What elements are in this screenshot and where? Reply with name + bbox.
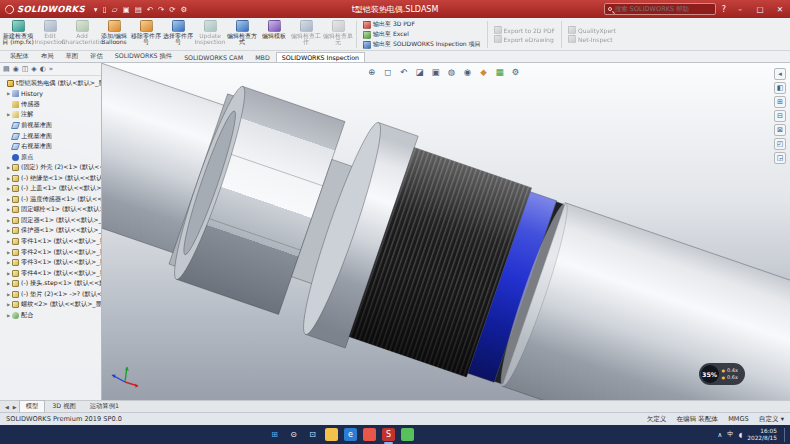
viewport-tool-icon[interactable]: ⊟: [774, 110, 786, 122]
export-menu-item[interactable]: 输出至 Excel: [363, 30, 481, 39]
taskbar-app-icon[interactable]: [325, 428, 338, 441]
export-menu-item[interactable]: 输出至 SOLIDWORKS Inspection 项目: [363, 40, 481, 49]
viewport-3d-scene[interactable]: [0, 63, 790, 400]
command-tab[interactable]: 布局: [35, 50, 60, 62]
volume-icon[interactable]: ◖: [739, 431, 742, 439]
ribbon-button[interactable]: Add Characteristic: [66, 19, 98, 50]
command-tab[interactable]: MBD: [249, 52, 276, 62]
tree-item[interactable]: ▶ (-) 垫片 (2)<1> ->? (默认<<默认>...: [2, 289, 101, 300]
tree-item[interactable]: ▶ (-) 温度传感器<1> (默认<<默认...: [2, 194, 101, 205]
heads-up-tool-icon[interactable]: ↶: [397, 65, 410, 78]
heads-up-tool-icon[interactable]: ⚙: [509, 65, 522, 78]
quick-access-icon[interactable]: ⟳: [169, 5, 175, 14]
quality-menu-item[interactable]: QualityXpert: [568, 26, 616, 34]
heads-up-tool-icon[interactable]: ▣: [429, 65, 442, 78]
command-tab[interactable]: 装配体: [4, 50, 35, 62]
quick-access-icon[interactable]: ▯: [103, 5, 107, 14]
tree-item[interactable]: ▶ (-) 绝缘垫<1> (默认<<默认>_显示...: [2, 173, 101, 184]
quick-access-icon[interactable]: ▱: [112, 5, 118, 14]
ribbon-button[interactable]: Update Inspection Project: [194, 19, 226, 50]
heads-up-tool-icon[interactable]: ◪: [413, 65, 426, 78]
panel-tab-icon[interactable]: ▤: [3, 65, 10, 73]
maximize-button[interactable]: □: [752, 5, 768, 14]
tree-item[interactable]: ▶ 固定螺栓<1> (默认<<默认>_显示状态: [2, 205, 101, 216]
viewport-tool-icon[interactable]: ◰: [774, 138, 786, 150]
heads-up-tool-icon[interactable]: ⊕: [365, 65, 378, 78]
heads-up-tool-icon[interactable]: ◉: [461, 65, 474, 78]
tree-item[interactable]: 前视基准面: [2, 120, 101, 131]
help-search-box[interactable]: [604, 3, 716, 15]
search-input[interactable]: [615, 5, 705, 13]
taskbar-app-icon[interactable]: S: [382, 428, 395, 441]
export-menu-item[interactable]: Export eDrawing: [494, 35, 556, 43]
tree-item[interactable]: ▶ 固定器<1> (默认<<默认>_显示状...: [2, 215, 101, 226]
export-menu-item[interactable]: 输出至 3D PDF: [363, 20, 481, 29]
quick-access-icon[interactable]: ▤: [135, 5, 142, 14]
tree-item[interactable]: 原点: [2, 152, 101, 163]
quick-access-icon[interactable]: ▾: [94, 5, 98, 14]
tree-item[interactable]: ▶ 注解: [2, 110, 101, 121]
tree-item[interactable]: 右视基准面: [2, 141, 101, 152]
panel-tab-icon[interactable]: ◉: [13, 65, 19, 73]
taskbar-clock[interactable]: 16:05 2022/8/15: [747, 428, 777, 441]
show-desktop-button[interactable]: [784, 428, 786, 442]
tree-item[interactable]: ▶ 配合: [2, 310, 101, 321]
ribbon-button[interactable]: 编辑检查工作: [290, 19, 322, 50]
ribbon-button[interactable]: 编辑检查方式: [226, 19, 258, 50]
command-tab[interactable]: 评估: [84, 50, 109, 62]
document-tab[interactable]: 模型: [19, 400, 46, 412]
tab-scroll-left-icon[interactable]: ◀: [3, 404, 11, 412]
quick-access-icon[interactable]: ↷: [158, 5, 164, 14]
command-tab[interactable]: 草图: [59, 50, 84, 62]
tree-item[interactable]: ▶ 零件4<1> (默认<<默认>_显示状...: [2, 268, 101, 279]
taskbar-app-icon[interactable]: ⊞: [268, 428, 281, 441]
minimize-button[interactable]: –: [732, 5, 748, 14]
tree-item[interactable]: ▶ 零件2<1> (默认<<默认>_显示...: [2, 247, 101, 258]
tree-item[interactable]: ▶ 零件1<1> (默认<<默认>_显示状态: [2, 236, 101, 247]
quick-access-icon[interactable]: ▣: [123, 5, 130, 14]
ribbon-button[interactable]: 编辑模板: [258, 19, 290, 50]
command-tab[interactable]: SOLIDWORKS CAM: [178, 52, 249, 62]
command-tab[interactable]: SOLIDWORKS Inspection: [276, 52, 365, 62]
tree-item[interactable]: ▶ 零件3<1> (默认<<默认>_显示...: [2, 257, 101, 268]
viewport-tool-icon[interactable]: ◧: [774, 82, 786, 94]
tree-item[interactable]: ▶ (固定) 外壳 (2)<1> (默认<<默认>_显示状态: [2, 162, 101, 173]
tree-item[interactable]: 上视基准面: [2, 131, 101, 142]
status-item[interactable]: MMGS: [728, 415, 749, 423]
heads-up-tool-icon[interactable]: ◍: [445, 65, 458, 78]
ribbon-button[interactable]: 新建检查项目 (imp.fx): [2, 19, 34, 50]
quick-access-icon[interactable]: ⚙: [181, 5, 188, 14]
quick-access-icon[interactable]: ↶: [147, 5, 153, 14]
close-button[interactable]: ✕: [772, 5, 788, 14]
heads-up-tool-icon[interactable]: ◆: [477, 65, 490, 78]
help-button[interactable]: ?: [720, 5, 728, 14]
taskbar-app-icon[interactable]: ⊡: [306, 428, 319, 441]
export-menu-item[interactable]: Export to 2D PDF: [494, 26, 556, 34]
status-item[interactable]: 自定义 ▾: [759, 415, 784, 424]
viewport-tool-icon[interactable]: ◂: [774, 68, 786, 80]
tray-chevron-icon[interactable]: ∧: [718, 431, 723, 439]
taskbar-app-icon[interactable]: [401, 428, 414, 441]
document-tab[interactable]: 3D 视图: [45, 400, 82, 412]
tree-item[interactable]: ▶ (-) 上盖<1> (默认<<默认>_显示状态: [2, 183, 101, 194]
taskbar-app-icon[interactable]: ⊙: [287, 428, 300, 441]
panel-tab-icon[interactable]: ◫: [22, 65, 29, 73]
panel-tab-icon[interactable]: ◐: [40, 65, 46, 73]
panel-tab-icon[interactable]: ◈: [31, 65, 36, 73]
quality-menu-item[interactable]: Net-Inspect: [568, 35, 616, 43]
tree-item[interactable]: ▶ 保护器<1> (默认<<默认>_显示状...: [2, 226, 101, 237]
heads-up-tool-icon[interactable]: ◻: [381, 65, 394, 78]
ribbon-button[interactable]: 移除零件序号: [130, 19, 162, 50]
ribbon-button[interactable]: 选择零件序号: [162, 19, 194, 50]
viewport-tool-icon[interactable]: ⊞: [774, 96, 786, 108]
command-tab[interactable]: SOLIDWORKS 插件: [109, 50, 178, 62]
viewport-tool-icon[interactable]: ◲: [774, 152, 786, 164]
tree-item[interactable]: ▶ (-) 接头.step<1> (默认<<默认...: [2, 278, 101, 289]
heads-up-tool-icon[interactable]: ▦: [493, 65, 506, 78]
taskbar-app-icon[interactable]: e: [344, 428, 357, 441]
viewport-tool-icon[interactable]: ⊠: [774, 124, 786, 136]
document-tab[interactable]: 运动算例1: [83, 400, 126, 412]
panel-tab-icon[interactable]: »: [49, 65, 53, 73]
tree-item[interactable]: t型铠装热电偶 (默认<默认>_显示状态-1): [2, 78, 101, 89]
taskbar-app-icon[interactable]: [363, 428, 376, 441]
